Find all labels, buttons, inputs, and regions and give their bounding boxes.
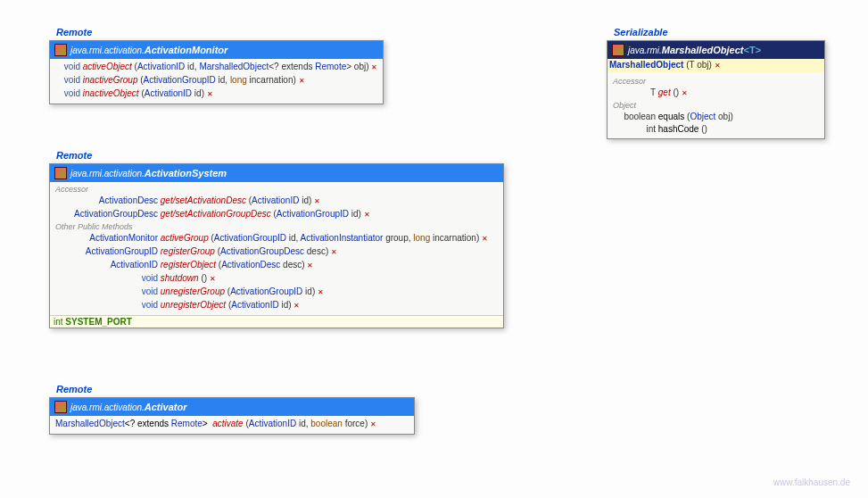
- method-row: ActivationGroupID registerGroup (Activat…: [54, 245, 500, 259]
- constructor-name: MarshalledObject: [609, 60, 683, 70]
- throws-icon: ✕: [207, 90, 213, 98]
- field-row: int SYSTEM_PORT: [50, 315, 503, 328]
- method-row: T get () ✕: [611, 87, 821, 100]
- params: (ActivationID id, boolean force): [245, 419, 368, 428]
- method-name: get/setActivationDesc: [161, 195, 246, 205]
- stereotype-serializable: Serializable: [614, 27, 668, 37]
- params: (Object obj): [687, 112, 733, 121]
- stereotype-remote-2: Remote: [56, 150, 92, 161]
- params: (ActivationID id): [141, 88, 204, 98]
- return-type: ActivationGroupID: [55, 245, 158, 258]
- return-type: MarshalledObject<? extends Remote>: [55, 418, 208, 430]
- method-name: get/setActivationGroupDesc: [161, 209, 271, 219]
- params: (ActivationGroupID id, ActivationInstant…: [211, 233, 479, 243]
- footer-link[interactable]: www.falkhausen.de: [773, 477, 850, 487]
- return-type: void: [55, 61, 80, 73]
- throws-icon: ✕: [715, 62, 721, 70]
- return-type: void: [55, 299, 158, 311]
- return-type: ActivationMonitor: [55, 232, 158, 245]
- method-name: inactiveObject: [83, 88, 139, 98]
- class-name: ActivationMonitor: [145, 45, 228, 55]
- method-row: void activeObject (ActivationID id, Mars…: [54, 61, 379, 74]
- method-row: void unregisterObject (ActivationID id) …: [54, 299, 500, 312]
- return-type: ActivationID: [55, 259, 158, 271]
- class-name: MarshalledObject: [662, 45, 744, 55]
- method-row: void shutdown () ✕: [54, 272, 500, 286]
- constructor-row: MarshalledObject (T obj) ✕: [608, 59, 824, 72]
- method-row: void inactiveGroup (ActivationGroupID id…: [54, 74, 379, 87]
- params: (ActivationGroupID id): [274, 209, 361, 219]
- return-type: T: [613, 87, 656, 99]
- method-body: MarshalledObject<? extends Remote> activ…: [50, 416, 414, 434]
- params: (T obj): [686, 60, 712, 70]
- return-type: ActivationDesc: [55, 195, 158, 207]
- class-name: ActivationSystem: [145, 168, 227, 178]
- params: (ActivationID id): [249, 195, 312, 205]
- section-accessor: Accessor: [54, 184, 500, 195]
- titlebar-activator: java.rmi.activation. Activator: [50, 398, 414, 416]
- method-body: Accessor T get () ✕ Object boolean equal…: [608, 72, 824, 138]
- type-param: <T>: [744, 45, 762, 55]
- return-type: ActivationGroupDesc: [55, 208, 158, 220]
- section-other: Other Public Methods: [54, 221, 500, 232]
- throws-icon: ✕: [482, 235, 488, 243]
- method-body: Accessor ActivationDesc get/setActivatio…: [50, 182, 503, 315]
- method-row: MarshalledObject<? extends Remote> activ…: [54, 418, 410, 431]
- pkg-label: java.rmi.activation.: [70, 169, 145, 178]
- method-row: ActivationID registerObject (ActivationD…: [54, 259, 500, 272]
- method-row: ActivationDesc get/setActivationDesc (Ac…: [54, 195, 500, 208]
- throws-icon: ✕: [370, 420, 376, 428]
- return-type: boolean: [613, 111, 656, 123]
- method-name: unregisterObject: [161, 300, 226, 310]
- method-name: get: [658, 87, 671, 97]
- method-name: equals: [658, 112, 684, 121]
- throws-icon: ✕: [318, 288, 324, 296]
- throws-icon: ✕: [293, 302, 300, 310]
- method-name: registerObject: [161, 260, 216, 270]
- stereotype-remote-3: Remote: [56, 384, 92, 394]
- throws-icon: ✕: [314, 197, 320, 205]
- throws-icon: ✕: [210, 275, 216, 283]
- method-name: unregisterGroup: [161, 286, 225, 296]
- section-accessor: Accessor: [611, 76, 821, 87]
- section-object: Object: [611, 100, 821, 111]
- class-activation-system: java.rmi.activation. ActivationSystem Ac…: [49, 163, 504, 328]
- titlebar-marshalled-object: java.rmi. MarshalledObject <T>: [608, 41, 824, 59]
- return-type: int: [613, 123, 656, 136]
- method-row: ActivationMonitor activeGroup (Activatio…: [54, 232, 500, 245]
- method-row: boolean equals (Object obj): [611, 111, 821, 123]
- return-type: void: [55, 286, 158, 298]
- throws-icon: ✕: [682, 89, 688, 97]
- params: (ActivationGroupID id): [227, 286, 315, 296]
- field-type: int: [54, 317, 63, 327]
- class-marshalled-object: java.rmi. MarshalledObject <T> Marshalle…: [607, 40, 825, 139]
- params: (ActivationID id, MarshalledObject<? ext…: [135, 62, 372, 71]
- titlebar-activation-system: java.rmi.activation. ActivationSystem: [50, 164, 503, 182]
- class-activator: java.rmi.activation. Activator Marshalle…: [49, 397, 415, 435]
- return-type: void: [55, 74, 80, 87]
- method-row: ActivationGroupDesc get/setActivationGro…: [54, 208, 500, 221]
- return-type: void: [55, 87, 80, 100]
- throws-icon: ✕: [307, 261, 313, 270]
- method-name: activeObject: [83, 62, 132, 71]
- interface-icon: [54, 167, 67, 179]
- class-name: Activator: [145, 402, 187, 412]
- params: (): [701, 124, 707, 134]
- pkg-label: java.rmi.: [628, 46, 662, 55]
- method-name: shutdown: [161, 273, 199, 283]
- throws-icon: ✕: [371, 63, 377, 71]
- pkg-label: java.rmi.activation.: [70, 403, 145, 412]
- method-row: void unregisterGroup (ActivationGroupID …: [54, 286, 500, 299]
- stereotype-remote-1: Remote: [56, 27, 92, 37]
- throws-icon: ✕: [364, 211, 370, 219]
- params: (): [201, 273, 207, 283]
- method-name: activeGroup: [161, 233, 209, 243]
- params: (): [673, 87, 679, 97]
- method-row: int hashCode (): [611, 123, 821, 136]
- method-name: registerGroup: [161, 246, 215, 256]
- params: (ActivationDesc desc): [219, 260, 305, 270]
- method-name: activate: [212, 419, 243, 428]
- pkg-label: java.rmi.activation.: [70, 46, 145, 55]
- field-name: SYSTEM_PORT: [65, 317, 131, 327]
- return-type: void: [55, 272, 158, 285]
